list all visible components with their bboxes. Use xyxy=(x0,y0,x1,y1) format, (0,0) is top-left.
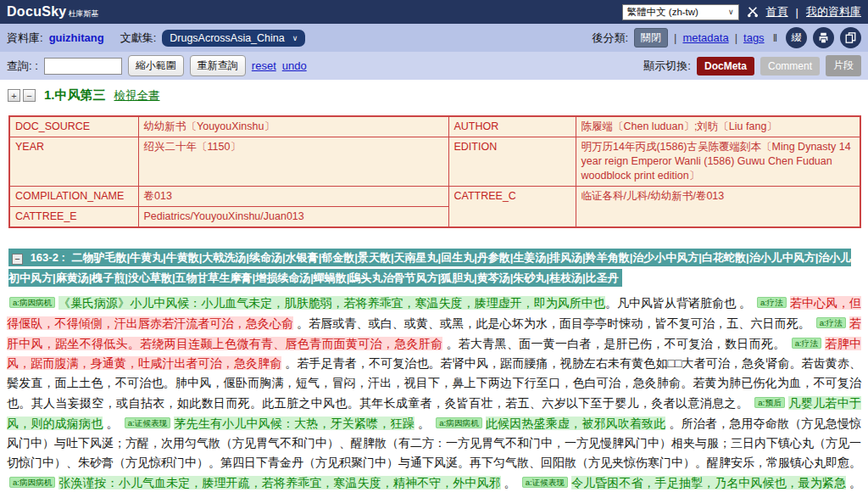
collapse-doc-icon[interactable]: − xyxy=(12,254,23,265)
comment-toggle-button[interactable]: Comment xyxy=(760,57,820,75)
query-toolbar: 查詢: : 縮小範圍 重新查詢 reset undo 顯示切換: DocMeta… xyxy=(0,52,868,80)
meta-value: 卷013 xyxy=(138,187,448,207)
meta-label: EDITION xyxy=(448,137,576,187)
query-input[interactable] xyxy=(44,58,122,75)
annotation-tag-badge[interactable]: a:病因病机 xyxy=(9,297,55,308)
language-select-value: 繁體中文 (zh-tw) xyxy=(627,6,698,19)
meta-value: Pediatrics/YouyouXinshu/Juan013 xyxy=(138,207,448,228)
query-label: 查詢: : xyxy=(7,59,38,74)
doc-text-segment: 张涣谨按：小儿气血未定，腠理开疏，若将养乖宜，寒温失度，精神不守，外中风邪 xyxy=(58,476,500,489)
metadata-table-row: COMPILATION_NAME卷013CATTREE_C临证各科/儿科/幼幼新… xyxy=(9,187,860,207)
meta-value: 临证各科/儿科/幼幼新书/卷013 xyxy=(576,187,860,228)
collapse-all-button[interactable]: − xyxy=(23,89,36,102)
copy-icon xyxy=(845,32,856,43)
doc-text-segment: 。 xyxy=(103,417,121,430)
meta-value: 绍兴二十年〔1150〕 xyxy=(138,137,448,187)
annotation-tag-badge[interactable]: a:预后 xyxy=(754,397,785,408)
doc-text-segment: 。 xyxy=(415,417,433,430)
meta-label: CATTREE_C xyxy=(448,187,576,228)
metadata-table-row: YEAR绍兴二十年〔1150〕EDITION明万历14年丙戌(1586)古吴陈覆… xyxy=(9,137,860,187)
separator: | xyxy=(735,31,737,44)
database-toolbar: 資料庫: guizhitang 文獻集: DrugsAcrossAsia_Chi… xyxy=(0,24,868,52)
annotation-tag-badge[interactable]: a:疗法 xyxy=(792,338,822,349)
logo-subtext: 杜庫斯基 xyxy=(69,8,99,20)
document-text: a:病因病机《巢氏病源》小儿中风候：小儿血气未定，肌肤脆弱，若将养乖宜，寒温失度… xyxy=(7,293,861,492)
copy-button[interactable] xyxy=(840,27,861,48)
doc-text-segment: 《巢氏病源》小儿中风候：小儿血气未定，肌肤脆弱，若将养乖宜，寒温失度，腠理虚开，… xyxy=(58,296,605,310)
metadata-table-row: DOC_SOURCE幼幼新书〔YouyouXinshu〕AUTHOR陈履端〔Ch… xyxy=(9,116,860,137)
doc-text-segment: 。 xyxy=(501,476,520,489)
top-navbar: DocuSky 杜庫斯基 繁體中文 (zh-tw) ∨ 首頁 | 我的資料庫 xyxy=(0,0,868,24)
doc-text-segment: 。若大青黑、面一黄一白者，是肝已伤，不可复治，数日而死。 xyxy=(442,337,788,350)
meta-label: CATTREE_E xyxy=(9,207,138,228)
separator: | xyxy=(796,6,798,19)
postclass-label: 後分類: xyxy=(592,31,628,46)
my-database-link[interactable]: 我的資料庫 xyxy=(806,4,861,20)
database-toolbar-right: 後分類: 關閉 | metadata | tags ‖ 綴 xyxy=(592,27,861,48)
postclass-close-button[interactable]: 關閉 xyxy=(634,28,668,48)
docusky-logo[interactable]: DocuSky 杜庫斯基 xyxy=(7,4,99,20)
fragment-toggle-button[interactable]: 片段 xyxy=(826,55,861,76)
docusky-page: DocuSky 杜庫斯基 繁體中文 (zh-tw) ∨ 首頁 | 我的資料庫 資… xyxy=(0,0,868,492)
separator: | xyxy=(674,31,676,44)
prescription-list: 二物驴毛散|牛黄丸|牛黄散|大戟洗汤|续命汤|水银膏|郁金散|景天散|天南星丸|… xyxy=(8,251,851,284)
annotation-tag-badge[interactable]: a:病因病机 xyxy=(9,477,55,488)
corpus-select[interactable]: DrugsAcrossAsia_China ∨ xyxy=(162,30,305,47)
requery-button[interactable]: 重新查詢 xyxy=(190,55,246,76)
annotation-tag-badge[interactable]: a:疗法 xyxy=(757,297,787,308)
annotation-tag-badge[interactable]: a:疗法 xyxy=(816,317,846,328)
link-tool-glyph: 綴 xyxy=(792,31,802,45)
query-toolbar-left: 查詢: : 縮小範圍 重新查詢 reset undo xyxy=(7,55,307,76)
printer-icon xyxy=(818,32,829,43)
home-link[interactable]: 首頁 xyxy=(766,4,788,20)
tags-link[interactable]: tags xyxy=(743,31,765,44)
section-heading: + − 1.中风第三 檢視全書 xyxy=(8,87,868,103)
view-full-text-link[interactable]: 檢視全書 xyxy=(114,88,160,103)
doc-text-segment: 令儿昏困不省，手足抽掣，乃名中风候也，最为紧急 xyxy=(571,476,846,489)
doc-text-segment: 。若唇或青、或白、或黄、或黑，此是心坏为水，面目亭亭时悚动，皆不复可治，五、六日… xyxy=(293,316,814,330)
meta-label: DOC_SOURCE xyxy=(9,116,138,137)
doc-header: − 163-2 : 二物驴毛散|牛黄丸|牛黄散|大戟洗汤|续命汤|水银膏|郁金散… xyxy=(8,247,860,288)
doc-header-bar: − 163-2 : 二物驴毛散|牛黄丸|牛黄散|大戟洗汤|续命汤|水银膏|郁金散… xyxy=(8,249,851,287)
doc-text-segment: 。 xyxy=(846,476,861,489)
database-toolbar-left: 資料庫: guizhitang 文獻集: DrugsAcrossAsia_Chi… xyxy=(7,30,305,47)
meta-value: 幼幼新书〔YouyouXinshu〕 xyxy=(138,116,448,137)
query-toolbar-right: 顯示切換: DocMeta Comment 片段 xyxy=(643,55,861,76)
doc-id: 163-2 : xyxy=(31,251,65,264)
meta-label: COMPILATION_NAME xyxy=(9,187,138,207)
section-title: 1.中风第三 xyxy=(44,87,106,103)
tools-icon[interactable] xyxy=(747,6,759,18)
narrow-scope-button[interactable]: 縮小範圍 xyxy=(128,55,184,76)
meta-label: YEAR xyxy=(9,137,138,187)
meta-value: 明万历14年丙戌(1586)古吴陈覆端刻本〔Ming Dynasty 14 ye… xyxy=(576,137,860,187)
link-tool-button[interactable]: 綴 xyxy=(786,27,807,48)
print-button[interactable] xyxy=(813,27,834,48)
expand-all-button[interactable]: + xyxy=(8,89,20,102)
docmeta-toggle-button[interactable]: DocMeta xyxy=(697,57,754,75)
chevron-down-icon: ∨ xyxy=(292,34,298,42)
metadata-table: DOC_SOURCE幼幼新书〔YouyouXinshu〕AUTHOR陈履端〔Ch… xyxy=(8,115,861,228)
meta-value: 陈履端〔Chen luduan〕;刘昉〔Liu fang〕 xyxy=(576,116,860,137)
corpus-select-value: DrugsAcrossAsia_China xyxy=(170,32,284,44)
doc-text-segment: 此候因热盛乘虚，被邪风吹着致此 xyxy=(486,417,666,430)
doc-text-segment: 。凡中风皆从背诸脏俞也 。 xyxy=(605,296,754,310)
topbar-right-group: 繁體中文 (zh-tw) ∨ 首頁 | 我的資料庫 xyxy=(622,4,861,20)
annotation-tag-badge[interactable]: a:证候表现 xyxy=(125,417,171,428)
undo-link[interactable]: undo xyxy=(282,59,307,72)
database-label: 資料庫: xyxy=(7,31,43,46)
database-name-link[interactable]: guizhitang xyxy=(49,31,104,44)
display-toggle-label: 顯示切換: xyxy=(643,59,691,74)
annotation-tag-badge[interactable]: a:证候表现 xyxy=(522,477,568,488)
logo-text: DocuSky xyxy=(7,4,67,20)
language-select[interactable]: 繁體中文 (zh-tw) ∨ xyxy=(622,4,739,20)
metadata-link[interactable]: metadata xyxy=(682,31,728,44)
meta-label: AUTHOR xyxy=(448,116,576,137)
annotation-tag-badge[interactable]: a:病因病机 xyxy=(436,417,482,428)
chevron-down-icon: ∨ xyxy=(728,8,734,16)
reset-link[interactable]: reset xyxy=(252,59,276,72)
double-bar-separator: ‖ xyxy=(773,31,777,44)
corpus-label: 文獻集: xyxy=(120,31,157,46)
doc-text-segment: 茅先生有小儿中风候：大热，牙关紧噤，狂躁 xyxy=(174,417,414,430)
